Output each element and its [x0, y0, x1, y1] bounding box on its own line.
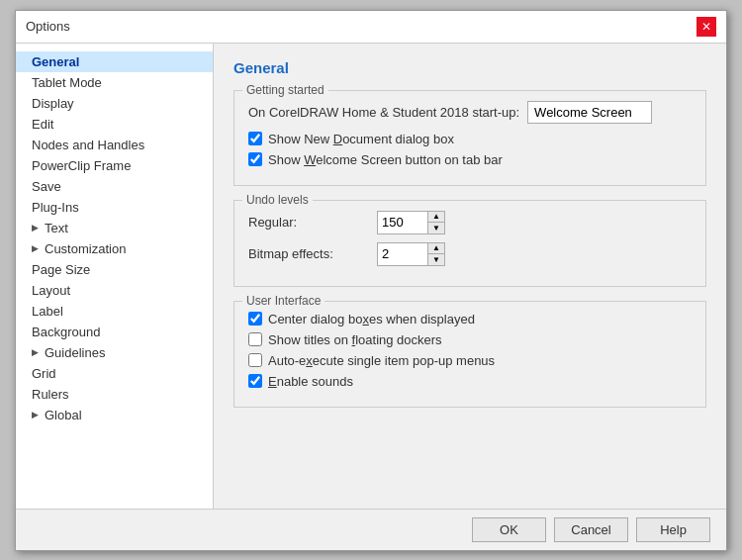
sidebar-item-nodes-handles[interactable]: Nodes and Handles [16, 135, 213, 155]
dialog-title: Options [26, 19, 70, 34]
regular-spinner-btns: ▲ ▼ [427, 212, 444, 233]
show-document-checkbox[interactable] [248, 132, 262, 145]
sidebar-item-general[interactable]: General [16, 51, 213, 72]
show-titles-label: Show titles on floating dockers [268, 332, 442, 347]
undo-levels-label: Undo levels [242, 193, 313, 207]
close-button[interactable]: ✕ [696, 17, 716, 37]
section-title: General [233, 59, 706, 76]
sidebar-item-rulers[interactable]: Rulers [16, 384, 213, 405]
startup-select-wrapper[interactable]: Welcome ScreenNothingNew from TemplateOp… [527, 101, 726, 124]
regular-input[interactable]: 150 [378, 213, 427, 232]
sidebar-item-layout[interactable]: Layout [16, 280, 213, 301]
show-document-row: Show New Document dialog box [248, 132, 692, 146]
main-content: General Getting started On CorelDRAW Hom… [214, 44, 726, 509]
center-dialog-checkbox[interactable] [248, 312, 262, 326]
startup-row: On CorelDRAW Home & Student 2018 start-u… [248, 101, 692, 124]
cancel-button[interactable]: Cancel [554, 517, 628, 542]
dialog-footer: OK Cancel Help [16, 509, 726, 550]
regular-down-btn[interactable]: ▼ [428, 223, 444, 233]
bitmap-spinner-btns: ▲ ▼ [427, 243, 444, 265]
sidebar-item-label[interactable]: Label [16, 301, 213, 322]
regular-up-btn[interactable]: ▲ [428, 212, 444, 223]
enable-sounds-row: Enable sounds [248, 374, 692, 389]
undo-levels-group: Undo levels Regular: 150 ▲ ▼ Bitmap effe… [233, 200, 706, 287]
bitmap-up-btn[interactable]: ▲ [428, 243, 444, 254]
enable-sounds-checkbox[interactable] [248, 374, 262, 388]
bitmap-down-btn[interactable]: ▼ [428, 254, 444, 265]
startup-select[interactable]: Welcome ScreenNothingNew from TemplateOp… [527, 101, 652, 124]
bitmap-row: Bitmap effects: 2 ▲ ▼ [248, 242, 692, 266]
show-document-label: Show New Document dialog box [268, 132, 454, 146]
sidebar-item-display[interactable]: Display [16, 93, 213, 114]
sidebar-item-powerclip-frame[interactable]: PowerClip Frame [16, 155, 213, 176]
bitmap-label: Bitmap effects: [248, 246, 367, 261]
sidebar-item-grid[interactable]: Grid [16, 363, 213, 384]
enable-sounds-label: Enable sounds [268, 374, 353, 389]
regular-spinner: 150 ▲ ▼ [377, 211, 445, 234]
show-titles-checkbox[interactable] [248, 332, 262, 346]
sidebar-item-guidelines[interactable]: Guidelines [16, 342, 213, 363]
getting-started-group: Getting started On CorelDRAW Home & Stud… [233, 90, 706, 186]
sidebar-item-edit[interactable]: Edit [16, 114, 213, 135]
user-interface-group: User Interface Center dialog boxes when … [233, 301, 706, 408]
sidebar-item-global[interactable]: Global [16, 405, 213, 425]
show-titles-row: Show titles on floating dockers [248, 332, 692, 347]
auto-execute-label: Auto-execute single item pop-up menus [268, 353, 495, 368]
bitmap-input[interactable]: 2 [378, 244, 427, 263]
user-interface-label: User Interface [242, 294, 325, 308]
sidebar-item-customization[interactable]: Customization [16, 238, 213, 259]
show-welcome-label: Show Welcome Screen button on tab bar [268, 152, 503, 167]
ok-button[interactable]: OK [472, 517, 546, 542]
startup-label: On CorelDRAW Home & Student 2018 start-u… [248, 105, 519, 120]
sidebar-item-text[interactable]: Text [16, 218, 213, 238]
dialog-titlebar: Options ✕ [16, 11, 726, 44]
bitmap-spinner: 2 ▲ ▼ [377, 242, 445, 266]
sidebar: GeneralTablet ModeDisplayEditNodes and H… [16, 44, 214, 509]
sidebar-item-plug-ins[interactable]: Plug-Ins [16, 197, 213, 218]
sidebar-item-page-size[interactable]: Page Size [16, 259, 213, 280]
show-welcome-checkbox[interactable] [248, 152, 262, 166]
options-dialog: Options ✕ GeneralTablet ModeDisplayEditN… [15, 10, 727, 551]
help-button[interactable]: Help [636, 517, 710, 542]
sidebar-item-background[interactable]: Background [16, 322, 213, 342]
center-dialog-label: Center dialog boxes when displayed [268, 312, 475, 327]
regular-label: Regular: [248, 215, 367, 230]
show-welcome-row: Show Welcome Screen button on tab bar [248, 152, 692, 167]
dialog-body: GeneralTablet ModeDisplayEditNodes and H… [16, 44, 726, 509]
regular-row: Regular: 150 ▲ ▼ [248, 211, 692, 234]
auto-execute-row: Auto-execute single item pop-up menus [248, 353, 692, 368]
sidebar-item-tablet-mode[interactable]: Tablet Mode [16, 72, 213, 93]
sidebar-item-save[interactable]: Save [16, 176, 213, 197]
center-dialog-row: Center dialog boxes when displayed [248, 312, 692, 327]
getting-started-label: Getting started [242, 83, 328, 97]
auto-execute-checkbox[interactable] [248, 353, 262, 367]
